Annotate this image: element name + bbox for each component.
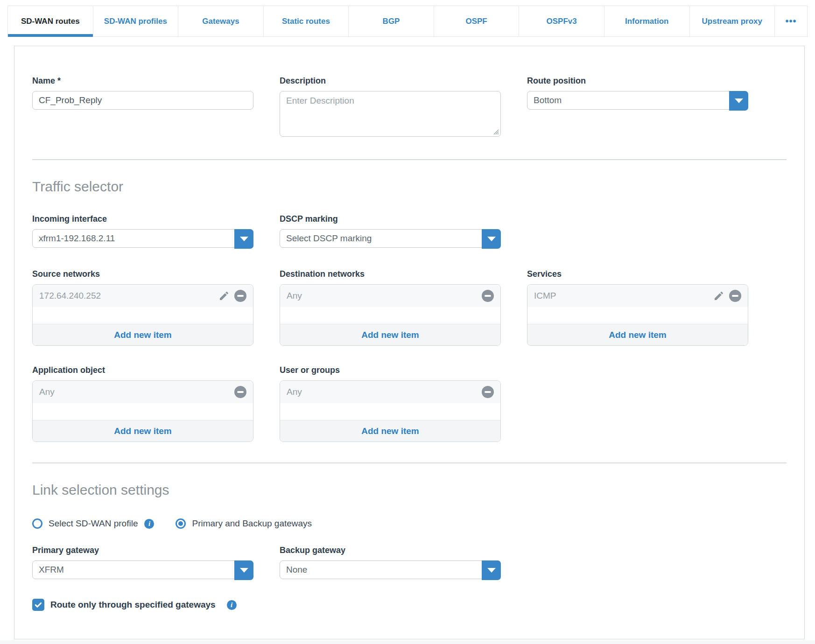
chevron-down-icon[interactable] (729, 91, 748, 111)
tab-label: SD-WAN routes (21, 17, 80, 26)
application-object-box: Any Add new item (32, 380, 253, 442)
remove-minus-icon[interactable] (482, 386, 494, 398)
name-label-text: Name (32, 76, 55, 85)
primary-gateway-label: Primary gateway (32, 546, 253, 555)
remove-minus-icon[interactable] (729, 290, 741, 302)
checkmark-icon (34, 600, 43, 609)
description-textarea[interactable] (280, 91, 501, 137)
tab-gateways[interactable]: Gateways (178, 6, 264, 36)
backup-gateway-value: None (286, 565, 307, 575)
radio-primary-backup-gateways[interactable] (176, 518, 186, 529)
add-new-item-button[interactable]: Add new item (33, 324, 253, 345)
list-empty-space (527, 307, 748, 324)
item-actions (234, 386, 246, 398)
primary-gateway-select[interactable]: XFRM (32, 560, 253, 579)
chevron-down-icon[interactable] (234, 229, 253, 249)
chevron-down-icon[interactable] (482, 560, 501, 580)
tab-ospf[interactable]: OSPF (434, 6, 520, 36)
source-networks-field: Source networks 172.64.240.252 Add new i… (32, 269, 253, 346)
tab-sd-wan-routes[interactable]: SD-WAN routes (7, 6, 93, 36)
tab-label: OSPFv3 (547, 17, 577, 26)
name-field: Name* (32, 76, 253, 139)
list-item: Any (280, 285, 500, 307)
name-input[interactable] (32, 91, 253, 110)
tab-sd-wan-profiles[interactable]: SD-WAN profiles (93, 6, 179, 36)
incoming-interface-label: Incoming interface (32, 214, 253, 224)
incoming-interface-field: Incoming interface xfrm1-192.168.2.11 (32, 214, 253, 248)
route-only-checkbox[interactable] (32, 599, 44, 611)
radio-label: Select SD-WAN profile (49, 518, 138, 529)
add-new-item-button[interactable]: Add new item (527, 324, 748, 345)
application-object-field: Application object Any Add new item (32, 365, 253, 442)
route-only-row: Route only through specified gateways i (32, 599, 787, 611)
route-position-field: Route position Bottom (527, 76, 748, 139)
services-field: Services ICMP Add new item (527, 269, 748, 346)
primary-gateway-field: Primary gateway XFRM (32, 546, 253, 579)
tab-bgp[interactable]: BGP (349, 6, 434, 36)
chevron-down-icon[interactable] (234, 560, 253, 580)
destination-networks-label: Destination networks (280, 269, 501, 279)
route-only-checkbox-label: Route only through specified gateways (50, 600, 216, 610)
dscp-marking-select[interactable]: Select DSCP marking (280, 229, 501, 248)
networks-services-row: Source networks 172.64.240.252 Add new i… (32, 269, 787, 346)
item-text: Any (287, 387, 302, 397)
section-divider (32, 462, 787, 463)
radio-select-sdwan-profile[interactable] (32, 518, 42, 529)
interface-dscp-row: Incoming interface xfrm1-192.168.2.11 DS… (32, 214, 787, 248)
edit-pencil-icon[interactable] (218, 290, 230, 302)
application-object-label: Application object (32, 365, 253, 375)
tab-information[interactable]: Information (604, 6, 690, 36)
remove-minus-icon[interactable] (482, 290, 494, 302)
remove-minus-icon[interactable] (234, 290, 246, 302)
tab-bar: SD-WAN routes SD-WAN profiles Gateways S… (7, 6, 808, 37)
list-item: 172.64.240.252 (33, 285, 253, 307)
list-item: ICMP (527, 285, 748, 307)
incoming-interface-select[interactable]: xfrm1-192.168.2.11 (32, 229, 253, 248)
tab-label: Static routes (282, 17, 330, 26)
destination-networks-box: Any Add new item (280, 284, 501, 346)
add-new-item-label: Add new item (114, 426, 172, 436)
add-new-item-label: Add new item (114, 330, 172, 340)
backup-gateway-select[interactable]: None (280, 560, 501, 579)
tab-ospfv3[interactable]: OSPFv3 (519, 6, 604, 36)
route-position-label: Route position (527, 76, 748, 86)
tab-label: Gateways (202, 17, 239, 26)
edit-pencil-icon[interactable] (713, 290, 725, 302)
item-actions (482, 290, 494, 302)
source-networks-box: 172.64.240.252 Add new item (32, 284, 253, 346)
source-networks-label: Source networks (32, 269, 253, 279)
add-new-item-button[interactable]: Add new item (280, 324, 500, 345)
chevron-down-icon[interactable] (482, 229, 501, 249)
backup-gateway-label: Backup gateway (280, 546, 501, 555)
description-label: Description (280, 76, 501, 86)
dscp-marking-value: Select DSCP marking (286, 233, 372, 244)
tab-upstream-proxy[interactable]: Upstream proxy (690, 6, 775, 36)
tab-static-routes[interactable]: Static routes (264, 6, 349, 36)
item-text: ICMP (534, 291, 556, 301)
primary-gateway-value: XFRM (39, 565, 64, 575)
section-divider (32, 159, 787, 160)
item-actions (482, 386, 494, 398)
route-position-value: Bottom (534, 95, 562, 105)
item-text: Any (287, 291, 302, 301)
traffic-selector-heading: Traffic selector (32, 179, 787, 195)
resize-grip-icon[interactable] (492, 127, 499, 135)
info-icon[interactable]: i (144, 519, 154, 529)
info-icon[interactable]: i (227, 600, 237, 610)
user-or-groups-field: User or groups Any Add new item (280, 365, 501, 442)
route-position-select[interactable]: Bottom (527, 91, 748, 110)
list-item: Any (33, 381, 253, 403)
services-label: Services (527, 269, 748, 279)
list-empty-space (33, 403, 253, 420)
add-new-item-button[interactable]: Add new item (33, 420, 253, 441)
item-text: Any (39, 387, 55, 397)
app-users-row: Application object Any Add new item User… (32, 365, 787, 442)
tab-more-ellipsis[interactable]: ••• (775, 6, 808, 36)
destination-networks-field: Destination networks Any Add new item (280, 269, 501, 346)
remove-minus-icon[interactable] (234, 386, 246, 398)
dscp-marking-field: DSCP marking Select DSCP marking (280, 214, 501, 248)
link-selection-heading: Link selection settings (32, 482, 787, 498)
add-new-item-label: Add new item (609, 330, 667, 340)
add-new-item-button[interactable]: Add new item (280, 420, 500, 441)
user-or-groups-label: User or groups (280, 365, 501, 375)
